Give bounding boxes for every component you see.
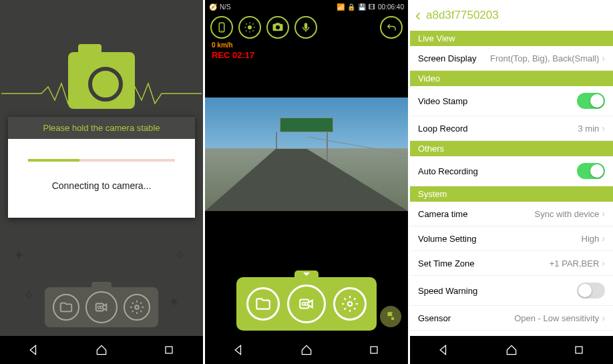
progress-bar-track (28, 159, 175, 162)
row-volume-setting[interactable]: Volume Setting High› (410, 226, 613, 251)
row-value: Open - Low sensitivity (514, 313, 599, 323)
row-screen-display[interactable]: Screen Display Front(Top, Big), Back(Sma… (410, 46, 613, 71)
svg-point-1 (100, 306, 103, 309)
lock-icon: 🔒 (347, 3, 355, 11)
chevron-right-icon: › (602, 53, 605, 63)
row-label: Loop Record (418, 124, 467, 134)
back-chevron-icon[interactable]: ‹ (415, 6, 421, 25)
svg-point-9 (305, 303, 308, 305)
camera-switch-button[interactable] (266, 16, 289, 39)
row-label: Auto Recording (418, 166, 478, 176)
svg-rect-12 (371, 347, 377, 353)
camera-switch-icon (272, 21, 284, 33)
section-others: Others (410, 141, 613, 156)
bottom-toolbar (45, 287, 158, 327)
connecting-text: Connecting to camera... (18, 180, 185, 191)
chevron-right-icon: › (602, 208, 605, 219)
row-value: Front(Top, Big), Back(Small) (490, 53, 599, 63)
section-live-view: Live View (410, 31, 613, 46)
brightness-button[interactable] (238, 16, 261, 39)
road-sign (280, 118, 333, 132)
compass-icon: 🧭 (209, 3, 217, 11)
row-gsensor[interactable]: Gsensor Open - Low sensitivity› (410, 306, 613, 331)
row-loop-record[interactable]: Loop Record 3 min› (410, 116, 613, 141)
sign-pole (327, 132, 328, 166)
nav-recent-button[interactable] (161, 342, 177, 358)
screen-settings: ‹ a8d3f7750203 Live View Screen Display … (410, 0, 613, 364)
return-icon (385, 21, 397, 33)
signal-icon: 📶 (337, 3, 345, 11)
road (205, 149, 408, 212)
android-navbar (0, 336, 203, 364)
chevron-right-icon: › (602, 123, 605, 134)
nav-recent-button[interactable] (366, 342, 382, 358)
chevron-right-icon: › (602, 313, 605, 323)
svg-rect-3 (166, 347, 172, 353)
toolbar-handle[interactable] (91, 282, 112, 287)
svg-point-10 (347, 302, 352, 307)
row-value: 3 min (578, 124, 600, 134)
toggle-video-stamp[interactable] (577, 93, 605, 109)
nav-recent-button[interactable] (571, 342, 587, 358)
row-label: Volume Setting (418, 234, 476, 244)
brightness-icon (244, 21, 256, 33)
row-camera-time[interactable]: Camera time Sync with device› (410, 202, 613, 226)
screen-live-view: 🧭 N/S 📶 🔒 💾 🎞 00:06:40 0 km/h REC 02:17 (205, 0, 408, 364)
back-button[interactable] (380, 16, 403, 39)
row-label: Gsensor (418, 313, 451, 323)
nav-back-button[interactable] (231, 342, 247, 358)
folder-button[interactable] (246, 287, 280, 321)
row-value: Sync with device (535, 209, 600, 219)
row-label: Speed Warning (418, 286, 477, 296)
folder-icon (59, 300, 73, 315)
settings-button[interactable] (333, 287, 367, 321)
status-ns: N/S (220, 3, 231, 11)
phone-button[interactable] (210, 16, 233, 39)
section-video: Video (410, 71, 613, 86)
toolbar-handle[interactable] (294, 270, 319, 277)
toggle-speed-warning[interactable] (577, 283, 605, 299)
video-preview[interactable] (205, 98, 408, 211)
record-button[interactable] (85, 291, 118, 323)
nav-home-button[interactable] (298, 342, 315, 358)
nav-back-button[interactable] (26, 342, 42, 358)
dialog-title: Please hold the camera stable (8, 117, 195, 139)
settings-button[interactable] (124, 294, 150, 321)
screen-connecting: ✦ ✧ ✧ ✦ Please hold the camera stable Co… (0, 0, 203, 364)
sparkle-icon: ✦ (168, 294, 180, 310)
folder-button[interactable] (53, 294, 79, 321)
status-time: 00:06:40 (378, 3, 404, 11)
map-marker-button[interactable] (380, 306, 401, 327)
camera-icon (68, 52, 135, 109)
row-set-time-zone[interactable]: Set Time Zone +1 PAR,BER› (410, 251, 613, 276)
bottom-toolbar (236, 277, 377, 331)
row-speed-warning[interactable]: Speed Warning (410, 276, 613, 306)
svg-rect-13 (576, 347, 582, 353)
row-auto-recording[interactable]: Auto Recording (410, 156, 613, 186)
speed-display: 0 km/h (212, 41, 401, 49)
top-toolbar (205, 13, 408, 41)
nav-home-button[interactable] (93, 342, 110, 358)
android-navbar (205, 336, 408, 364)
mic-icon (300, 21, 312, 33)
row-video-stamp[interactable]: Video Stamp (410, 86, 613, 116)
svg-rect-7 (304, 23, 308, 29)
mic-button[interactable] (294, 16, 317, 39)
recording-info: 0 km/h REC 02:17 (205, 41, 408, 64)
chevron-right-icon: › (602, 233, 605, 244)
folder-icon (254, 295, 272, 313)
record-button[interactable] (287, 285, 326, 323)
row-value: +1 PAR,BER (550, 258, 600, 268)
row-label: Video Stamp (418, 96, 467, 106)
connecting-dialog: Please hold the camera stable Connecting… (8, 117, 195, 218)
row-label: Screen Display (418, 53, 476, 63)
rec-display: REC 02:17 (212, 50, 401, 60)
phone-icon (216, 21, 228, 33)
flag-pin-icon (385, 311, 397, 323)
progress-bar-fill (28, 159, 79, 162)
nav-back-button[interactable] (436, 342, 452, 358)
toggle-auto-recording[interactable] (577, 163, 605, 179)
video-camera-icon (298, 295, 315, 313)
row-value: High (582, 234, 600, 244)
nav-home-button[interactable] (503, 342, 520, 358)
